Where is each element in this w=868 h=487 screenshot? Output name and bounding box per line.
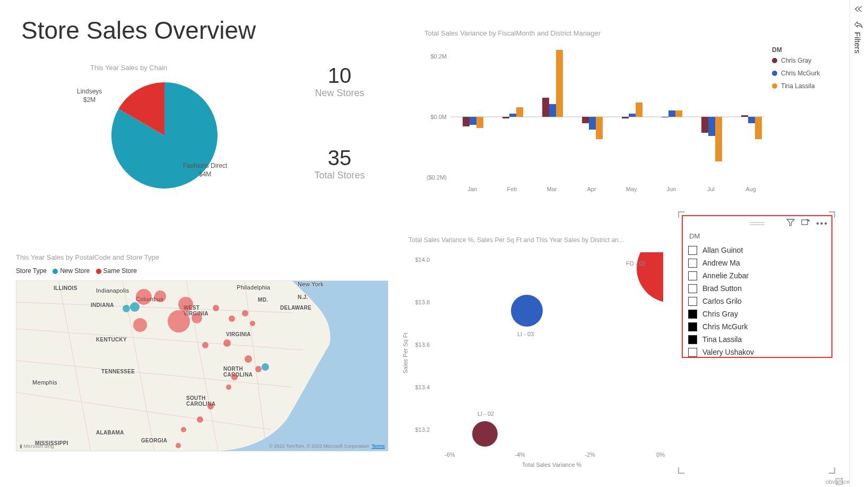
dm-slicer[interactable]: ••• DM Allan Guinot Andrew Ma Annelie Zu… — [682, 215, 832, 358]
bar-chart-title: Total Sales Variance by FiscalMonth and … — [424, 29, 601, 37]
svg-text:$13.2: $13.2 — [415, 426, 430, 433]
svg-text:$14.0: $14.0 — [415, 257, 430, 263]
map-bubble[interactable] — [178, 297, 193, 312]
map-attrib-right: © 2022 TomTom, © 2023 Microsoft Corporat… — [269, 443, 385, 449]
slicer-item[interactable]: Annelie Zubar — [688, 269, 826, 282]
svg-text:Aug: Aug — [745, 186, 756, 192]
svg-point-37 — [772, 58, 777, 63]
map-legend-title: Store Type — [16, 267, 47, 275]
kpi-new-stores[interactable]: 10 New Stores — [287, 64, 393, 99]
map-bubble[interactable] — [123, 305, 130, 312]
map-bubble[interactable] — [130, 302, 140, 312]
svg-text:($0.2M): ($0.2M) — [427, 174, 447, 181]
svg-text:Tina Lassila: Tina Lassila — [781, 82, 815, 90]
map-bubble[interactable] — [226, 385, 231, 390]
scatter-chart[interactable]: $14.0 $13.8 $13.6 $13.4 $13.2 -6% -4% -2… — [398, 247, 674, 481]
map-bubble[interactable] — [192, 313, 202, 323]
slicer-item[interactable]: Tina Lassila — [688, 333, 826, 346]
map-bubble[interactable] — [197, 416, 203, 423]
svg-text:$13.4: $13.4 — [415, 384, 430, 390]
focus-mode-icon[interactable] — [801, 218, 810, 229]
svg-rect-15 — [502, 117, 509, 118]
svg-point-41 — [772, 83, 777, 89]
map-terms-link[interactable]: Terms — [372, 443, 385, 449]
more-options-icon[interactable]: ••• — [816, 219, 828, 228]
map-bubble[interactable] — [136, 289, 152, 305]
pie-chart[interactable]: Lindseys$2M Fashions Direct$4M — [96, 82, 233, 189]
map-bubble[interactable] — [133, 318, 147, 332]
svg-rect-20 — [556, 50, 563, 117]
pie-label-fashions-direct: Fashions Direct$4M — [183, 162, 227, 178]
map-bubble[interactable] — [154, 291, 166, 302]
svg-rect-31 — [708, 117, 715, 136]
svg-text:May: May — [626, 186, 637, 192]
map-legend-dot-new — [53, 269, 58, 274]
map-bubble[interactable] — [213, 305, 219, 311]
svg-text:Jan: Jan — [467, 186, 477, 192]
slicer-item[interactable]: Carlos Grilo — [688, 295, 826, 307]
svg-text:Sales Per Sq Ft: Sales Per Sq Ft — [402, 332, 409, 373]
svg-text:Mar: Mar — [547, 186, 557, 192]
svg-text:$0.2M: $0.2M — [430, 53, 447, 59]
map-bubble[interactable] — [202, 342, 209, 348]
map-bubble[interactable] — [255, 366, 262, 372]
svg-text:-6%: -6% — [445, 451, 455, 458]
variance-bar-chart[interactable]: $0.2M $0.0M ($0.2M) Jan Feb Mar Apr May … — [419, 42, 822, 212]
svg-rect-23 — [596, 117, 603, 139]
map-bubble[interactable] — [231, 374, 238, 380]
filter-icon[interactable] — [786, 218, 795, 229]
map-legend-dot-same — [96, 269, 101, 274]
scatter-point-li03[interactable] — [511, 295, 543, 327]
svg-rect-33 — [741, 115, 748, 117]
svg-rect-28 — [669, 110, 675, 117]
svg-rect-21 — [582, 117, 589, 123]
map-bubble[interactable] — [262, 363, 269, 371]
scatter-point-li02[interactable] — [472, 421, 498, 447]
svg-rect-22 — [589, 117, 596, 130]
expand-pane-icon[interactable] — [854, 5, 863, 15]
map-bubble[interactable] — [229, 315, 235, 322]
slicer-item[interactable]: Allan Guinot — [688, 244, 826, 257]
svg-text:LI - 02: LI - 02 — [478, 411, 494, 417]
map-bubble[interactable] — [207, 403, 214, 409]
svg-text:-2%: -2% — [585, 451, 595, 458]
svg-text:Jun: Jun — [666, 186, 676, 192]
map-bubble[interactable] — [250, 321, 255, 326]
svg-rect-25 — [629, 114, 636, 117]
svg-rect-27 — [662, 117, 669, 117]
scatter-point-fd02[interactable] — [637, 247, 674, 303]
svg-rect-13 — [470, 117, 476, 125]
svg-text:0%: 0% — [656, 451, 665, 458]
svg-text:$13.8: $13.8 — [415, 299, 430, 305]
kpi-new-stores-value: 10 — [287, 64, 393, 88]
svg-text:Jul: Jul — [707, 186, 715, 192]
filters-pane-collapsed[interactable]: Filters — [849, 0, 868, 487]
svg-rect-35 — [755, 117, 762, 139]
slicer-item[interactable]: Valery Ushakov — [688, 346, 826, 358]
svg-text:-4%: -4% — [515, 451, 525, 458]
svg-text:LI - 03: LI - 03 — [517, 331, 534, 337]
map-bubble[interactable] — [242, 310, 248, 317]
map-bubble[interactable] — [223, 339, 231, 347]
svg-text:FD - 02: FD - 02 — [626, 260, 646, 267]
map-bubble[interactable] — [245, 355, 252, 363]
kpi-total-stores-value: 35 — [287, 146, 393, 170]
drag-grip-icon[interactable] — [750, 218, 765, 223]
bookmark-icon[interactable] — [854, 20, 863, 31]
map-chart[interactable]: ILLINOIS Indianapolis INDIANA Columbus W… — [16, 280, 388, 451]
pie-chart-title: This Year Sales by Chain — [90, 64, 167, 72]
map-bubble[interactable] — [168, 310, 190, 332]
map-attrib-left: ▮ Microsoft Bing — [20, 443, 54, 449]
svg-rect-12 — [463, 117, 470, 126]
svg-rect-18 — [542, 98, 549, 117]
slicer-item[interactable]: Andrew Ma — [688, 257, 826, 269]
svg-text:$13.6: $13.6 — [415, 341, 430, 348]
map-bubble[interactable] — [176, 443, 181, 448]
slicer-item[interactable]: Brad Sutton — [688, 282, 826, 295]
slicer-item[interactable]: Chris Gray — [688, 307, 826, 320]
map-title: This Year Sales by PostalCode and Store … — [16, 253, 159, 261]
map-bubble[interactable] — [181, 427, 186, 432]
slicer-item[interactable]: Chris McGurk — [688, 320, 826, 333]
kpi-total-stores[interactable]: 35 Total Stores — [287, 146, 393, 181]
svg-rect-69 — [802, 220, 808, 225]
